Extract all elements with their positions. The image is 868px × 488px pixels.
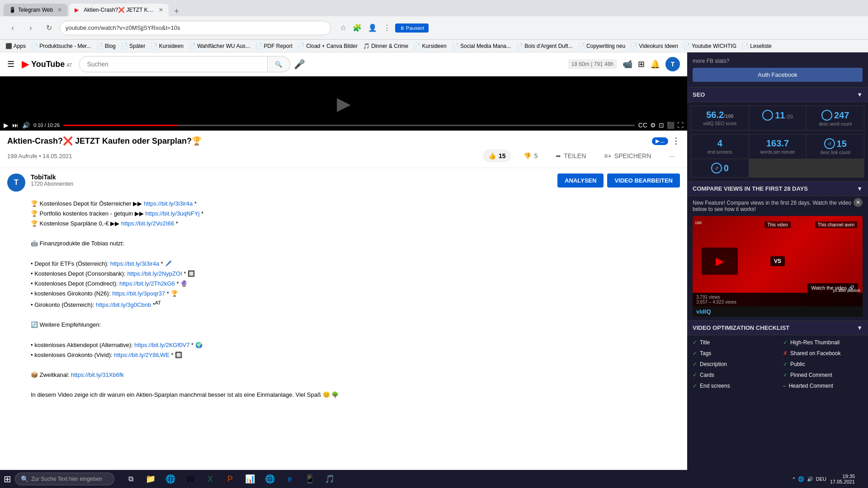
desc-link-n26[interactable]: https://bit.ly/3poqr37 bbox=[112, 290, 165, 297]
bookmark-produktsuche[interactable]: 📄 Produktsuche - Mer... bbox=[31, 43, 91, 49]
bookmark-cload[interactable]: 📄 Cload + Canva Bilder bbox=[298, 43, 358, 49]
play-pause-button[interactable]: ▶ bbox=[4, 122, 9, 129]
hamburger-icon[interactable]: ☰ bbox=[7, 59, 14, 69]
tray-icon-1[interactable]: ^ bbox=[793, 476, 795, 482]
checklist-header[interactable]: VIDEO OPTIMIZATION CHECKLIST ▼ bbox=[687, 321, 868, 335]
pause-button[interactable]: ⏸ Pausiert bbox=[395, 23, 429, 33]
settings-video-button[interactable]: ⚙ bbox=[650, 122, 656, 129]
extension-puzzle-icon[interactable]: 🧩 bbox=[351, 22, 363, 34]
youtube-logo[interactable]: ▶ YouTube AT bbox=[22, 58, 72, 70]
bookmark-kursideen[interactable]: 📄 Kursideen bbox=[151, 43, 183, 49]
channel-avatar[interactable]: T bbox=[7, 174, 25, 192]
bookmark-kursideen2[interactable]: 📄 Kursideen bbox=[414, 43, 446, 49]
desc-link-zweitkanal[interactable]: https://bit.ly/31Xb6fk bbox=[71, 371, 124, 378]
settings-icon[interactable]: ⋮ bbox=[382, 22, 392, 34]
desc-link-giro-at[interactable]: https://bit.ly/3g0Cbnb bbox=[96, 301, 151, 308]
dislike-button[interactable]: 👎 5 bbox=[518, 150, 543, 162]
subtitles-button[interactable]: CC bbox=[638, 122, 647, 129]
tab-telegram[interactable]: 📱 Telegram Web ✕ bbox=[4, 4, 67, 16]
bookmark-videokurs[interactable]: 📄 Videokurs Ideen bbox=[631, 43, 678, 49]
tab-close-telegram[interactable]: ✕ bbox=[57, 7, 62, 13]
desc-link-2[interactable]: https://bit.ly/3uqNFYj bbox=[146, 210, 200, 217]
forward-button[interactable]: › bbox=[24, 21, 38, 35]
analyze-button[interactable]: ANALYSEN bbox=[557, 174, 604, 188]
more-button[interactable]: ··· bbox=[664, 150, 680, 162]
profile-icon[interactable]: 👤 bbox=[366, 22, 379, 34]
taskbar-app-app9[interactable]: 🎵 bbox=[321, 470, 339, 488]
score-15-label: desc link count bbox=[810, 150, 860, 155]
volume-button[interactable]: 🔊 bbox=[22, 122, 30, 129]
fullscreen-button[interactable]: ⛶ bbox=[677, 122, 684, 129]
tags-check-label: Tags bbox=[700, 350, 711, 357]
desc-link-etf[interactable]: https://bit.ly/3i3ir4a bbox=[110, 260, 159, 267]
bookmark-youtube[interactable]: 📄 Youtube WICHTIG bbox=[684, 43, 736, 49]
network-icon[interactable]: 🌐 bbox=[798, 476, 804, 482]
taskbar-app-app8[interactable]: 📱 bbox=[301, 470, 319, 488]
auth-facebook-button[interactable]: Auth Facebook bbox=[693, 68, 863, 82]
seo-section-header[interactable]: SEO ▼ bbox=[687, 88, 868, 102]
taskbar-app-word[interactable]: W bbox=[181, 470, 199, 488]
taskbar-app-edge[interactable]: 🌐 bbox=[161, 470, 179, 488]
bookmark-später[interactable]: 📄 Später bbox=[121, 43, 146, 49]
taskbar-app-powerpoint[interactable]: P bbox=[221, 470, 239, 488]
user-avatar[interactable]: T bbox=[665, 57, 680, 71]
taskbar-app-explorer[interactable]: 📁 bbox=[142, 470, 160, 488]
clock[interactable]: 19:35 17.05.2021 bbox=[830, 474, 855, 484]
close-compare-button[interactable]: ✕ bbox=[854, 198, 863, 207]
bookmark-copy[interactable]: 📄 Copywriting neu bbox=[578, 43, 625, 49]
search-input[interactable] bbox=[79, 56, 268, 72]
bookmark-wahlfächer[interactable]: 📄 Wahlfächer WU Aus... bbox=[189, 43, 250, 49]
desc-link-vivid[interactable]: https://bit.ly/2Y8iLWE bbox=[114, 352, 170, 358]
desc-link-1[interactable]: https://bit.ly/3i3ir4a bbox=[144, 200, 193, 207]
search-button[interactable]: 🔍 bbox=[268, 56, 290, 72]
taskbar-app-taskview[interactable]: ⧉ bbox=[122, 470, 140, 488]
desc-link-3[interactable]: https://bit.ly/2Vo2I66 bbox=[121, 220, 174, 227]
taskbar-app-edge2[interactable]: e bbox=[281, 470, 299, 488]
score-15-circle[interactable]: ↺ bbox=[824, 138, 835, 149]
share-button[interactable]: ➦ TEILEN bbox=[550, 150, 591, 162]
volume-tray-icon[interactable]: 🔊 bbox=[807, 476, 813, 482]
bookmark-bois[interactable]: 📄 Bois d'Argent Duft... bbox=[516, 43, 573, 49]
tags-check-icon: ✓ bbox=[693, 350, 697, 357]
video-player[interactable]: ▶ ▶ ⏭ 🔊 0:10 / 10:26 CC ⚙ ⊡ ⬛ ⛶ bbox=[0, 76, 687, 131]
bookmark-pdf[interactable]: 📄 PDF Report bbox=[255, 43, 292, 49]
compare-section-header[interactable]: COMPARE VIEWS IN THE FIRST 28 DAYS ▼ bbox=[687, 182, 868, 196]
apps-bookmark[interactable]: ⬛ Apps bbox=[5, 43, 26, 49]
bookmark-dinner[interactable]: 🎵 Dinner & Crime bbox=[363, 43, 408, 49]
more-options-icon[interactable]: ⋮ bbox=[672, 136, 680, 146]
like-button[interactable]: 👍 15 bbox=[483, 150, 511, 162]
tab-youtube[interactable]: ▶ Aktien-Crash?❌ JETZT Kaufen ... ✕ bbox=[69, 4, 169, 16]
taskbar-search-box[interactable]: 🔍 Zur Suche Text hier eingeben bbox=[15, 473, 114, 485]
desc-link-aktie[interactable]: https://bit.ly/2KGf0V7 bbox=[134, 342, 189, 348]
edit-video-button[interactable]: VIDEO BEARBEITEN bbox=[607, 174, 680, 188]
desc-link-comdirect[interactable]: https://bit.ly/2Th2kG6 bbox=[119, 280, 175, 287]
windows-start-icon[interactable]: ⊞ bbox=[4, 474, 11, 484]
bookmark-social[interactable]: 📄 Social Media Mana... bbox=[452, 43, 511, 49]
address-bar[interactable]: youtube.com/watch?v=z0MSjjSYRxo&t=10s bbox=[60, 21, 331, 35]
score-0-circle[interactable]: ↺ bbox=[711, 163, 722, 174]
bookmark-blog[interactable]: 📄 Blog bbox=[96, 43, 115, 49]
miniplayer-button[interactable]: ⊡ bbox=[659, 122, 664, 129]
microphone-button[interactable]: 🎤 bbox=[294, 56, 305, 72]
bookmark-leseliste[interactable]: 📄 Leseliste bbox=[742, 43, 772, 49]
channel-icon-btn[interactable]: ▶ ... bbox=[652, 137, 668, 145]
apps-icon[interactable]: ⊞ bbox=[638, 59, 645, 69]
progress-bar[interactable] bbox=[63, 125, 635, 126]
notifications-icon[interactable]: 🔔 bbox=[650, 59, 660, 69]
bookmark-icon[interactable]: ☆ bbox=[338, 22, 348, 34]
create-icon[interactable]: 📹 bbox=[623, 59, 632, 69]
taskbar-app-excel[interactable]: X bbox=[201, 470, 219, 488]
theater-button[interactable]: ⬛ bbox=[667, 122, 675, 129]
taskbar-app-chrome[interactable]: 🌐 bbox=[261, 470, 279, 488]
new-tab-button[interactable]: + bbox=[170, 7, 183, 16]
save-button[interactable]: ≡+ SPEICHERN bbox=[599, 150, 656, 162]
desc-link-consors[interactable]: https://bit.ly/2NypZOI bbox=[127, 270, 182, 277]
refresh-button[interactable]: ↻ bbox=[42, 21, 56, 35]
taskbar-app-apps5[interactable]: 📊 bbox=[241, 470, 259, 488]
next-button[interactable]: ⏭ bbox=[12, 122, 19, 129]
compare-video-thumbnail[interactable]: ▶ VS This channel aven This video Watch … bbox=[693, 216, 863, 317]
language-indicator[interactable]: DEU bbox=[816, 476, 826, 482]
tab-close-youtube[interactable]: ✕ bbox=[159, 7, 163, 13]
back-button[interactable]: ‹ bbox=[5, 21, 20, 35]
channel-name[interactable]: TobiTalk bbox=[31, 174, 552, 181]
